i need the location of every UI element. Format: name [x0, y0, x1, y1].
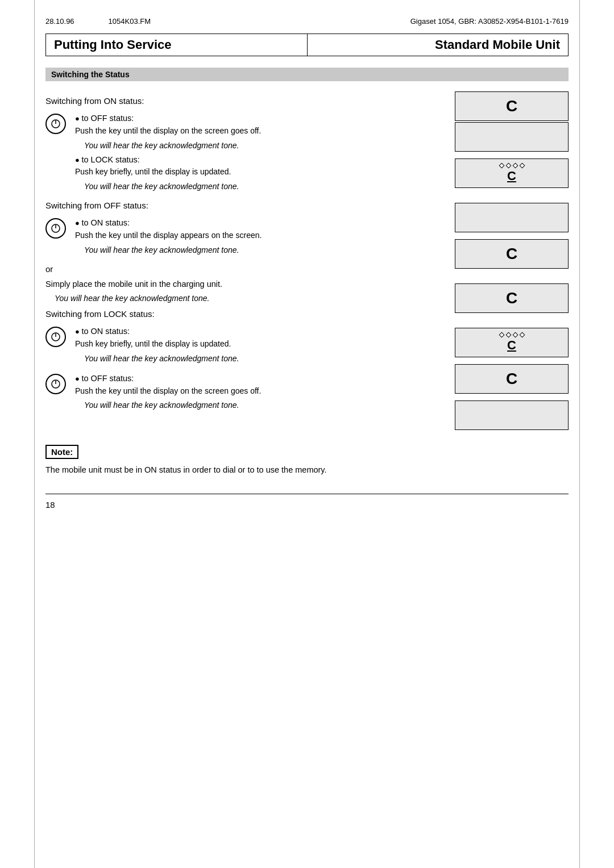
display-lock-on: C: [455, 158, 569, 188]
off-to-on-item: to ON status: Push the key until the dis…: [75, 217, 262, 242]
page-number: 18: [45, 500, 569, 510]
power-icon-lock2: [45, 374, 66, 394]
power-icon-lock1: [45, 327, 66, 347]
section-header: Switching the Status: [45, 68, 569, 81]
or-text: or: [45, 264, 443, 274]
off-to-on-desc: Push the key until the display appears o…: [75, 231, 262, 240]
off-to-on-list: to ON status: Push the key until the dis…: [75, 217, 262, 242]
doc-date: 28.10.96: [45, 17, 74, 26]
power-icon-on: [45, 114, 66, 134]
off-instruction-block: to ON status: Push the key until the dis…: [45, 217, 443, 258]
right-column: C C: [455, 91, 569, 433]
off-to-on-italic: You will hear the key acknowledgment ton…: [84, 244, 262, 256]
note-box: Note:: [45, 445, 78, 459]
display-lock-lock: C: [455, 328, 569, 357]
on-to-lock-item: to LOCK status: Push key briefly, until …: [75, 154, 261, 179]
title-right: Standard Mobile Unit: [308, 34, 569, 56]
on-to-off-italic: You will hear the key acknowledgment ton…: [84, 140, 261, 152]
title-bar: Putting Into Service Standard Mobile Uni…: [45, 34, 569, 56]
spacer3: [455, 233, 569, 239]
lock-to-off-list: to OFF status: Push the key until the di…: [75, 373, 261, 398]
lock-status-label: Switching from LOCK status:: [45, 309, 443, 319]
display-blank-on: [455, 122, 569, 152]
off-instructions: to ON status: Push the key until the dis…: [75, 217, 262, 258]
on-to-off-item: to OFF status: Push the key until the di…: [75, 112, 261, 137]
lock-displays: C C: [455, 328, 569, 431]
on-to-lock-desc: Push key briefly, until the display is u…: [75, 167, 231, 176]
lock-dot-6: [505, 332, 511, 337]
lock-c-1: C: [507, 169, 516, 183]
spacer6: [455, 358, 569, 364]
display-c-off: C: [455, 239, 569, 269]
lock-dot-5: [499, 332, 504, 337]
lock-to-on-desc: Push key briefly, until the display is u…: [75, 339, 231, 348]
lock-dot-7: [512, 332, 518, 337]
lock-dots-1: [500, 164, 524, 168]
main-layout: Switching from ON status: to OFF status:: [45, 91, 569, 433]
lock-dot-2: [505, 162, 511, 168]
simply-italic: You will hear the key acknowledgment ton…: [55, 293, 443, 304]
display-blank-lock: [455, 400, 569, 430]
spacer5: [455, 316, 569, 328]
on-displays: C C: [455, 91, 569, 189]
spacer7: [455, 395, 569, 400]
title-left: Putting Into Service: [46, 34, 308, 56]
lock-to-off-instructions: to OFF status: Push the key until the di…: [75, 373, 261, 414]
on-instructions: to OFF status: Push the key until the di…: [75, 112, 261, 195]
on-to-lock-list: to LOCK status: Push key briefly, until …: [75, 154, 261, 179]
lock-dots-2: [500, 333, 524, 337]
lock-to-on-instructions: to ON status: Push key briefly, until th…: [75, 326, 239, 367]
simply-text: Simply place the mobile unit in the char…: [45, 278, 443, 291]
lock-to-on-list: to ON status: Push key briefly, until th…: [75, 326, 239, 350]
power-icon-off: [45, 218, 66, 239]
lock-to-off-item: to OFF status: Push the key until the di…: [75, 373, 261, 398]
lock-to-off-italic: You will hear the key acknowledgment ton…: [84, 399, 261, 411]
lock-off-block: to OFF status: Push the key until the di…: [45, 373, 443, 414]
left-border: [34, 0, 35, 868]
lock-c-2: C: [507, 338, 516, 353]
lock-dot-1: [499, 162, 504, 168]
right-border: [579, 0, 580, 868]
spacer2: [455, 191, 569, 203]
lock-on-block: to ON status: Push key briefly, until th…: [45, 326, 443, 367]
spacer4: [455, 272, 569, 283]
lock-to-off-desc: Push the key until the display on the sc…: [75, 386, 261, 395]
lock-dot-3: [512, 162, 518, 168]
lock-dot-4: [519, 162, 525, 168]
display-blank-off: [455, 203, 569, 232]
on-bullet-list: to OFF status: Push the key until the di…: [75, 112, 261, 137]
page: 28.10.96 1054K03.FM Gigaset 1054, GBR: A…: [0, 0, 614, 868]
lock-dot-8: [519, 332, 525, 337]
lock-to-on-italic: You will hear the key acknowledgment ton…: [84, 353, 239, 365]
on-to-lock-italic: You will hear the key acknowledgment ton…: [84, 181, 261, 193]
simply-displays: C: [455, 283, 569, 314]
off-status-label: Switching from OFF status:: [45, 201, 443, 210]
left-column: Switching from ON status: to OFF status:: [45, 91, 455, 433]
display-c-lock: C: [455, 364, 569, 394]
display-c-on: C: [455, 91, 569, 121]
doc-filename: 1054K03.FM: [109, 17, 151, 26]
spacer1: [455, 153, 569, 158]
lock-to-on-item: to ON status: Push key briefly, until th…: [75, 326, 239, 350]
on-instruction-block: to OFF status: Push the key until the di…: [45, 112, 443, 195]
footer-line: [45, 494, 569, 498]
display-c-simply: C: [455, 283, 569, 313]
on-status-label: Switching from ON status:: [45, 96, 443, 106]
off-displays: C: [455, 203, 569, 270]
doc-ref: Gigaset 1054, GBR: A30852-X954-B101-1-76…: [410, 17, 569, 26]
note-text: The mobile unit must be in ON status in …: [45, 464, 569, 477]
on-to-off-desc: Push the key until the display on the sc…: [75, 126, 261, 135]
doc-header: 28.10.96 1054K03.FM Gigaset 1054, GBR: A…: [45, 17, 569, 30]
